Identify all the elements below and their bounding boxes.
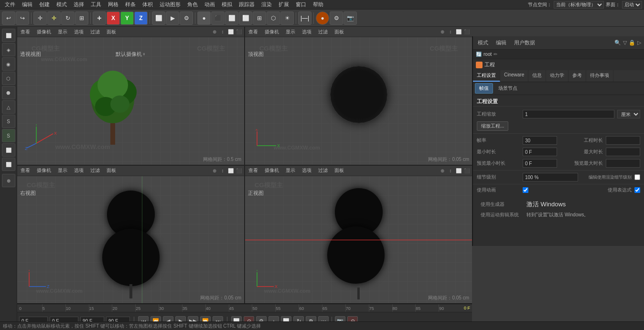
extra-btn-1[interactable]: ● (316, 11, 329, 25)
tab-project-settings[interactable]: 工程设置 (473, 70, 500, 82)
node-space-dropdown[interactable]: 当前（标准/物理） (554, 1, 604, 9)
sidebar-btn-8[interactable]: S (2, 129, 15, 142)
persp-icon-2[interactable]: ↕ (219, 29, 226, 35)
prop-scale-unit[interactable]: 厘米 (617, 110, 640, 118)
persp-icon-1[interactable]: ⊕ (211, 29, 218, 35)
menu-spline[interactable]: 样条 (122, 0, 139, 9)
scale-btn[interactable]: ⊞ (75, 11, 88, 25)
persp-options-menu[interactable]: 选项 (73, 28, 85, 36)
axis-z[interactable]: Z (134, 11, 148, 25)
front-filter-menu[interactable]: 过滤 (317, 166, 329, 175)
undo-btn[interactable]: ↩ (2, 11, 15, 25)
right-filter-menu[interactable]: 过滤 (89, 166, 101, 175)
front-view-menu[interactable]: 查看 (247, 166, 259, 175)
top-icon-2[interactable]: ↕ (447, 29, 454, 35)
top-camera-menu[interactable]: 摄像机 (263, 28, 280, 36)
prop-preview-max-input[interactable] (606, 159, 640, 168)
sidebar-btn-9[interactable]: ⬜ (2, 143, 15, 157)
menu-render[interactable]: 渲染 (258, 0, 275, 9)
front-panel-menu[interactable]: 面板 (333, 166, 345, 175)
persp-display-menu[interactable]: 显示 (56, 28, 69, 36)
subtab-scene-nodes[interactable]: 场景节点 (494, 83, 522, 94)
sidebar-btn-7[interactable]: S (2, 115, 15, 128)
persp-view-menu[interactable]: 查看 (19, 28, 32, 36)
select-btn[interactable]: ✛ (33, 11, 47, 25)
front-icon-3[interactable]: ⬜ (455, 167, 462, 174)
rotate-btn[interactable]: ↻ (61, 11, 75, 25)
sidebar-btn-1[interactable]: ⬜ (2, 29, 15, 42)
right-display-menu[interactable]: 显示 (56, 166, 69, 175)
menu-mesh[interactable]: 网格 (105, 0, 121, 9)
rp-edit-menu[interactable]: 编辑 (494, 38, 508, 47)
menu-volume[interactable]: 体积 (140, 0, 156, 9)
extra-btn-2[interactable]: ⚙ (330, 11, 343, 25)
viewport-right[interactable]: 查看 摄像机 显示 选项 过滤 面板 ⊕ ↕ ⬜ ⬛ CG模型主 (17, 166, 245, 304)
right-view-menu[interactable]: 查看 (19, 166, 32, 175)
interface-dropdown[interactable]: 启动 (622, 1, 642, 9)
front-options-menu[interactable]: 选项 (301, 166, 313, 175)
sidebar-btn-10[interactable]: ⬜ (2, 158, 15, 171)
light-btn[interactable]: ☀ (280, 11, 294, 25)
tab-cineware[interactable]: Cineware (500, 70, 528, 82)
rp-filter-icon[interactable]: ▽ (623, 40, 627, 46)
axis-y[interactable]: Y (120, 11, 134, 25)
snap-sep[interactable]: |—| (298, 11, 311, 25)
sidebar-btn-4[interactable]: ⬡ (2, 72, 15, 85)
top-options-menu[interactable]: 选项 (301, 28, 313, 36)
mode-btn-3[interactable]: ⚙ (180, 11, 193, 25)
persp-filter-menu[interactable]: 过滤 (89, 28, 101, 36)
menu-window[interactable]: 窗口 (293, 0, 309, 9)
menu-mode[interactable]: 模式 (54, 0, 70, 9)
menu-tools[interactable]: 工具 (88, 0, 104, 9)
top-display-menu[interactable]: 显示 (284, 28, 297, 36)
right-icon-2[interactable]: ↕ (219, 167, 226, 174)
viewport-perspective[interactable]: 查看 摄像机 显示 选项 过滤 面板 ⊕ ↕ ⬜ ⬛ CG模 (17, 27, 245, 165)
front-icon-2[interactable]: ↕ (447, 167, 454, 174)
persp-icon-4[interactable]: ⬛ (236, 29, 242, 35)
persp-camera-menu[interactable]: 摄像机 (35, 28, 53, 36)
top-btn[interactable]: ⬛ (211, 11, 225, 25)
sidebar-btn-11[interactable]: ⊕ (2, 174, 15, 187)
right-icon-1[interactable]: ⊕ (211, 167, 218, 174)
prop-preview-min-input[interactable] (523, 159, 557, 168)
redo-btn[interactable]: ↪ (16, 11, 29, 25)
mode-btn-1[interactable]: ⬜ (152, 11, 165, 25)
menu-animate[interactable]: 动画 (202, 0, 218, 9)
axis-x[interactable]: X (107, 11, 120, 25)
sidebar-btn-5[interactable]: ⬣ (2, 86, 15, 99)
right-icon-4[interactable]: ⬛ (236, 167, 242, 174)
right-options-menu[interactable]: 选项 (73, 166, 85, 175)
prop-mintime-input[interactable] (523, 148, 557, 156)
viewport-front[interactable]: 查看 摄像机 显示 选项 过滤 面板 ⊕ ↕ ⬜ ⬛ CG模型主 (245, 166, 472, 304)
menu-select[interactable]: 选择 (71, 0, 87, 9)
mode-btn-2[interactable]: ▶ (166, 11, 179, 25)
rp-mode-menu[interactable]: 模式 (476, 38, 490, 47)
root-edit-icon[interactable]: ✏ (494, 52, 497, 57)
menu-tracker[interactable]: 跟踪器 (236, 0, 258, 9)
extra-btn-3[interactable]: 📷 (343, 11, 357, 25)
sidebar-btn-6[interactable]: △ (2, 100, 15, 114)
sidebar-btn-2[interactable]: ◈ (2, 43, 15, 56)
tab-reference[interactable]: 参考 (569, 70, 586, 82)
menu-create[interactable]: 创建 (36, 0, 53, 9)
persp-panel-menu[interactable]: 面板 (105, 28, 118, 36)
persp-btn[interactable]: ● (197, 11, 211, 25)
menu-file[interactable]: 文件 (2, 0, 18, 9)
tab-info[interactable]: 信息 (528, 70, 546, 82)
prop-expression-check[interactable] (634, 187, 640, 193)
front-btn[interactable]: ⬜ (239, 11, 252, 25)
move-btn[interactable]: ✛ (47, 11, 61, 25)
persp-icon-3[interactable]: ⬜ (227, 29, 234, 35)
front-display-menu[interactable]: 显示 (284, 166, 297, 175)
top-filter-menu[interactable]: 过滤 (317, 28, 329, 36)
subtab-frame-values[interactable]: 帧值 (475, 83, 493, 94)
scale-project-btn[interactable]: 缩放工程... (477, 121, 508, 131)
menu-help[interactable]: 帮助 (310, 0, 326, 9)
prop-scale-input[interactable] (523, 110, 614, 118)
top-view-menu[interactable]: 查看 (247, 28, 259, 36)
obj-btn[interactable]: ⬡ (267, 11, 280, 25)
rp-lock-icon[interactable]: 🔒 (629, 40, 635, 46)
front-camera-menu[interactable]: 摄像机 (263, 166, 280, 175)
right-panel-menu[interactable]: 面板 (105, 166, 118, 175)
prop-duration-input[interactable] (606, 136, 640, 145)
